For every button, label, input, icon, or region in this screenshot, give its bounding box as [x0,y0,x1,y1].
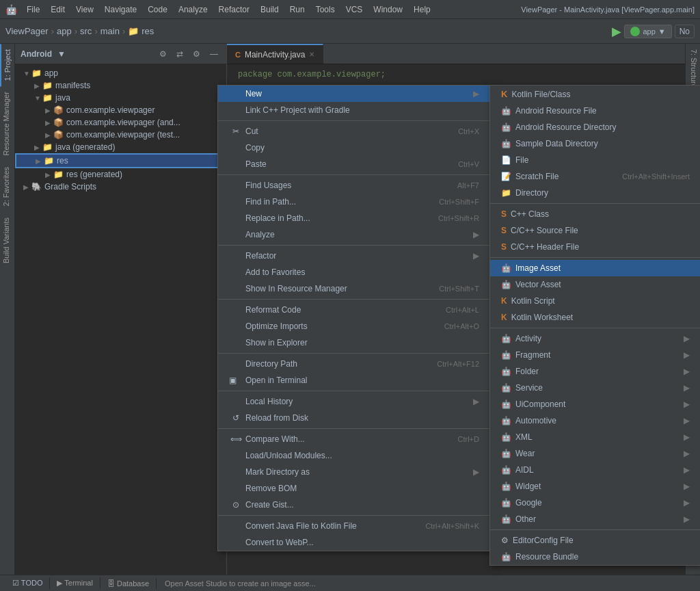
ctx-item-convert-kotlin[interactable]: Convert Java File to Kotlin File Ctrl+Al… [218,518,490,534]
sub-item-folder[interactable]: 🤖 Folder ▶ [490,363,700,380]
sub-item-service[interactable]: 🤖 Service ▶ [490,380,700,396]
sub-item-resource-bundle[interactable]: 🤖 Resource Bundle [490,549,700,565]
ctx-item-analyze[interactable]: Analyze ▶ [218,226,490,243]
ctx-item-explorer[interactable]: Show in Explorer [218,334,490,351]
sub-item-xml[interactable]: 🤖 XML ▶ [490,429,700,445]
sub-item-vector-asset[interactable]: 🤖 Vector Asset [490,276,700,293]
sub-item-activity[interactable]: 🤖 Activity ▶ [490,330,700,347]
run-icon[interactable]: ▶ [612,24,621,39]
ctx-item-modules[interactable]: Load/Unload Modules... [218,447,490,464]
sub-item-cpp-source[interactable]: S C/C++ Source File [490,222,700,239]
ctx-item-copy[interactable]: Copy [218,140,490,156]
sub-item-aidl[interactable]: 🤖 AIDL ▶ [490,462,700,478]
tree-item-res[interactable]: ▶ 📁 res [15,153,226,168]
tree-item-package2[interactable]: ▶ 📦 com.example.viewpager (and... [15,116,226,129]
tree-item-package1[interactable]: ▶ 📦 com.example.viewpager [15,104,226,116]
tree-item-res-generated[interactable]: ▶ 📁 res (generated) [15,168,226,181]
breadcrumb-res[interactable]: res [142,26,154,36]
android-green-icon-5: 🤖 [501,367,511,376]
sidebar-item-favorites[interactable]: 2: Favorites [0,161,14,211]
ctx-item-cut[interactable]: ✂ Cut Ctrl+X [218,123,490,140]
ctx-item-history[interactable]: Local History ▶ [218,393,490,410]
menu-run[interactable]: Run [284,2,310,17]
sub-item-editorconfig[interactable]: ⚙ EditorConfig File [490,532,700,549]
ctx-item-convert-webp[interactable]: Convert to WebP... [218,534,490,551]
ctx-item-terminal[interactable]: ▣ Open in Terminal [218,372,490,389]
bottom-tab-todo[interactable]: ☑ TODO [5,577,50,589]
sub-item-sample-data[interactable]: 🤖 Sample Data Directory [490,135,700,152]
sub-item-scratch[interactable]: 📝 Scratch File Ctrl+Alt+Shift+Insert [490,168,700,185]
ctx-item-replace-path[interactable]: Replace in Path... Ctrl+Shift+R [218,210,490,226]
run-config-button[interactable]: app ▼ [624,25,671,38]
ctx-item-refactor[interactable]: Refactor ▶ [218,248,490,264]
ctx-item-new[interactable]: New ▶ [218,86,490,102]
tree-item-manifests[interactable]: ▶ 📁 manifests [15,79,226,92]
sub-item-uicomponent[interactable]: 🤖 UiComponent ▶ [490,396,700,412]
panel-gear-icon[interactable]: ⚙ [190,48,203,60]
breadcrumb-src[interactable]: src [80,26,92,36]
menu-analyze[interactable]: Analyze [173,2,213,17]
ctx-item-find-path[interactable]: Find in Path... Ctrl+Shift+F [218,194,490,210]
sub-item-fragment[interactable]: 🤖 Fragment ▶ [490,347,700,363]
sub-item-kotlin-worksheet[interactable]: K Kotlin Worksheet [490,309,700,326]
sub-item-image-asset[interactable]: 🤖 Image Asset [490,260,700,276]
panel-minimize-icon[interactable]: — [207,48,221,60]
bottom-tab-terminal[interactable]: ▶ Terminal [50,577,100,589]
tree-item-gradle[interactable]: ▶ 🐘 Gradle Scripts [15,181,226,193]
sub-item-wear[interactable]: 🤖 Wear ▶ [490,445,700,462]
ctx-item-directory-path[interactable]: Directory Path Ctrl+Alt+F12 [218,356,490,372]
ctx-item-link-cpp[interactable]: Link C++ Project with Gradle [218,102,490,118]
ctx-item-remove-bom[interactable]: Remove BOM [218,480,490,497]
menu-view[interactable]: View [70,2,99,17]
ctx-item-optimize[interactable]: Optimize Imports Ctrl+Alt+O [218,318,490,334]
sub-item-cpp-header[interactable]: S C/C++ Header File [490,239,700,255]
ctx-item-resource-manager[interactable]: Show In Resource Manager Ctrl+Shift+T [218,280,490,297]
tree-item-java-generated[interactable]: ▶ 📁 java (generated) [15,141,226,153]
sub-item-file[interactable]: 📄 File [490,152,700,168]
ctx-item-mark-dir[interactable]: Mark Directory as ▶ [218,464,490,480]
sidebar-item-project[interactable]: 1: Project [0,44,14,86]
menu-file[interactable]: File [21,2,45,17]
menu-build[interactable]: Build [255,2,284,17]
menu-edit[interactable]: Edit [45,2,70,17]
ctx-item-reformat[interactable]: Reformat Code Ctrl+Alt+L [218,302,490,318]
sub-item-cpp-class[interactable]: S C++ Class [490,206,700,222]
panel-settings-icon[interactable]: ⚙ [157,48,170,60]
menu-window[interactable]: Window [368,2,408,17]
menu-refactor[interactable]: Refactor [213,2,255,17]
tree-item-app[interactable]: ▼ 📁 app [15,67,226,79]
breadcrumb-app[interactable]: app [57,26,72,36]
breadcrumb-viewpager[interactable]: ViewPager [5,26,49,36]
ctx-item-compare[interactable]: ⟺ Compare With... Ctrl+D [218,431,490,447]
sidebar-item-build-variants[interactable]: Build Variants [0,212,14,269]
ctx-item-gist[interactable]: ⊙ Create Gist... [218,497,490,513]
tab-close-button[interactable]: ✕ [309,51,314,58]
tab-mainactivity[interactable]: C MainActivity.java ✕ [227,44,323,64]
menu-navigate[interactable]: Navigate [99,2,142,17]
sub-item-other[interactable]: 🤖 Other ▶ [490,511,700,527]
sub-item-android-resource-file[interactable]: 🤖 Android Resource File [490,103,700,119]
menu-tools[interactable]: Tools [310,2,340,17]
sub-item-widget[interactable]: 🤖 Widget ▶ [490,478,700,495]
menu-vcs[interactable]: VCS [340,2,368,17]
panel-sync-icon[interactable]: ⇄ [174,48,186,60]
sub-item-kotlin-script[interactable]: K Kotlin Script [490,293,700,309]
ctx-item-find-usages[interactable]: Find Usages Alt+F7 [218,177,490,194]
ctx-item-reload[interactable]: ↺ Reload from Disk [218,410,490,426]
sub-item-directory[interactable]: 📁 Directory [490,185,700,201]
tree-item-package3[interactable]: ▶ 📦 com.example.viewpager (test... [15,129,226,141]
ctx-item-favorites[interactable]: Add to Favorites [218,264,490,280]
tree-item-java[interactable]: ▼ 📁 java [15,92,226,104]
sub-item-google[interactable]: 🤖 Google ▶ [490,495,700,511]
sub-item-kotlin-file[interactable]: K Kotlin File/Class [490,86,700,103]
ctx-item-paste[interactable]: Paste Ctrl+V [218,156,490,172]
sub-item-automotive[interactable]: 🤖 Automotive ▶ [490,412,700,429]
breadcrumb-main[interactable]: main [100,26,120,36]
sidebar-item-resource-manager[interactable]: Resource Manager [0,86,14,161]
bottom-tab-database[interactable]: 🗄 Database [100,578,157,589]
run-config-dropdown-icon[interactable]: ▼ [658,27,666,36]
menu-code[interactable]: Code [142,2,173,17]
menu-help[interactable]: Help [408,2,436,17]
sub-item-android-resource-dir[interactable]: 🤖 Android Resource Directory [490,119,700,135]
tree-arrow-package3: ▶ [45,131,53,139]
